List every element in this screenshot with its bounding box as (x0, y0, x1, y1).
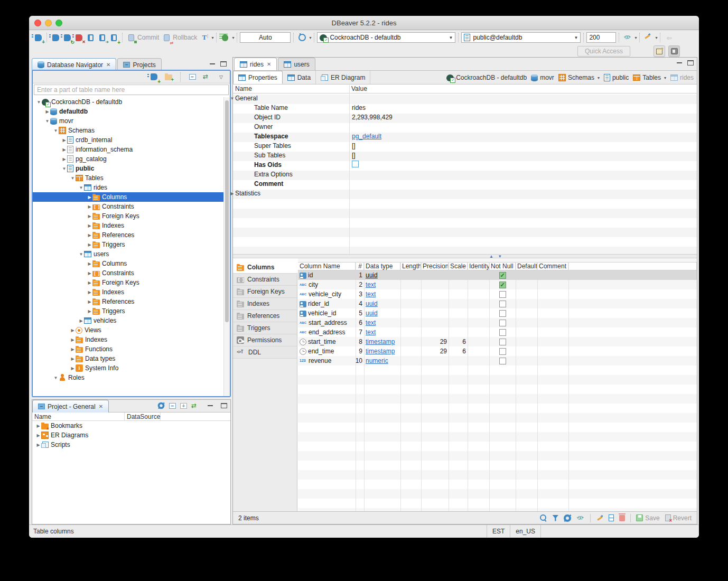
tree-item-triggers[interactable]: ▶Triggers (33, 240, 223, 249)
column-name-cell[interactable]: end_time (298, 346, 356, 356)
editor-tab-users[interactable]: users (278, 58, 315, 70)
tree-item-system-info[interactable]: ▶System Info (33, 363, 223, 373)
breadcrumb-item-movr[interactable]: movr (530, 74, 555, 81)
dbeaver-perspective-button[interactable] (668, 45, 680, 57)
tree-item-constraints[interactable]: ▶Constraints (33, 268, 223, 278)
column-name-cell[interactable]: vehicle_city (298, 289, 356, 299)
tree-item-cockroachdb-defaultdb[interactable]: ▼CockroachDB - defaultdb (33, 97, 223, 107)
tree-item-indexes[interactable]: ▶Indexes (33, 335, 223, 344)
column-header-name[interactable]: Name (32, 413, 125, 420)
gear-icon[interactable] (158, 402, 165, 409)
rollback-icon[interactable] (162, 33, 171, 42)
column-row-revenue[interactable]: revenue10numeric (298, 356, 697, 366)
tree-item-triggers[interactable]: ▶Triggers (33, 306, 223, 316)
not-null-checkbox[interactable] (499, 339, 506, 345)
new-connection-icon[interactable] (149, 72, 158, 82)
tab-project-general[interactable]: Project - General ✕ (32, 400, 109, 413)
data-type-link[interactable]: numeric (366, 357, 388, 364)
tree-item-rides[interactable]: ▼rides (33, 183, 223, 192)
not-null-cell[interactable] (489, 356, 516, 366)
not-null-checkbox[interactable] (499, 272, 506, 279)
data-type-cell[interactable]: numeric (364, 356, 400, 366)
property-link[interactable]: pg_default (352, 133, 381, 140)
transaction-log-icon[interactable] (297, 33, 307, 42)
property-row-comment[interactable]: Comment (233, 179, 697, 189)
side-tab-foreign-keys[interactable]: Foreign Keys (233, 286, 297, 298)
property-value[interactable] (349, 161, 359, 169)
data-type-link[interactable]: timestamp (366, 338, 395, 345)
tree-item-vehicles[interactable]: ▶vehicles (33, 316, 223, 325)
data-type-cell[interactable]: text (364, 280, 400, 289)
expand-arrow-icon[interactable]: ▶ (78, 318, 84, 323)
close-icon[interactable]: ✕ (267, 61, 271, 67)
open-perspective-button[interactable] (654, 45, 665, 57)
quick-access-input[interactable]: Quick Access (577, 46, 630, 57)
edit-icon[interactable] (596, 514, 603, 522)
data-type-link[interactable]: text (366, 281, 376, 288)
tree-item-movr[interactable]: ▼movr (33, 116, 223, 126)
tree-item-public[interactable]: ▼public (33, 164, 223, 173)
minimize-editor-icon[interactable] (676, 60, 683, 65)
column-name-cell[interactable]: revenue (298, 356, 356, 366)
expand-arrow-icon[interactable]: ▶ (61, 157, 67, 162)
column-row-vehicle-city[interactable]: vehicle_city3text (298, 289, 697, 299)
tree-item-references[interactable]: ▶References (33, 230, 223, 240)
expand-arrow-icon[interactable]: ▶ (35, 443, 41, 447)
project-item-er-diagrams[interactable]: ▶ER Diagrams (32, 430, 230, 440)
refresh-icon[interactable] (623, 33, 632, 42)
transaction-mode-icon[interactable] (200, 33, 209, 42)
rollback-button[interactable]: Rollback (173, 34, 197, 41)
compare-icon[interactable] (643, 33, 653, 42)
collapse-arrow-icon[interactable]: ▼ (229, 96, 235, 101)
grid-header-identity[interactable]: Identity (468, 263, 489, 270)
tree-item-references[interactable]: ▶References (33, 297, 223, 306)
checkbox[interactable] (352, 161, 359, 167)
expand-arrow-icon[interactable]: ▶ (87, 233, 92, 238)
tree-item-crdb-internal[interactable]: ▶crdb_internal (33, 135, 223, 145)
commit-icon[interactable] (126, 33, 136, 42)
filter-icon[interactable] (552, 515, 558, 521)
expand-arrow-icon[interactable]: ▶ (87, 271, 92, 276)
maximize-editor-icon[interactable] (687, 60, 694, 65)
not-null-checkbox[interactable] (499, 310, 506, 317)
data-type-cell[interactable]: timestamp (364, 346, 400, 356)
connection-combo[interactable]: CockroachDB - defaultdb ▼ (317, 32, 455, 43)
tree-item-foreign-keys[interactable]: ▶Foreign Keys (33, 211, 223, 221)
expand-arrow-icon[interactable]: ▶ (70, 338, 76, 342)
back-icon[interactable] (664, 33, 674, 42)
data-type-cell[interactable]: text (364, 327, 400, 337)
editor-tab-rides[interactable]: rides✕ (234, 58, 277, 70)
reconnect-icon[interactable] (62, 33, 72, 42)
tree-filter-input[interactable]: Enter a part of table name here (34, 85, 229, 95)
tree-item-indexes[interactable]: ▶Indexes (33, 287, 223, 297)
grid-header-data-type[interactable]: Data type (364, 263, 400, 270)
expand-arrow-icon[interactable]: ▶ (87, 299, 92, 304)
collapse-arrow-icon[interactable]: ▼ (53, 376, 59, 380)
not-null-cell[interactable] (489, 280, 516, 289)
add-column-icon[interactable] (609, 514, 614, 521)
tree-item-functions[interactable]: ▶Functions (33, 344, 223, 354)
data-type-link[interactable]: text (366, 319, 376, 326)
expand-arrow-icon[interactable]: ▶ (70, 357, 76, 361)
expand-arrow-icon[interactable]: ▶ (70, 347, 76, 352)
not-null-checkbox[interactable] (499, 282, 506, 288)
column-name-cell[interactable]: vehicle_id (298, 308, 356, 318)
sql-editor-icon[interactable] (86, 33, 95, 42)
link-with-editor-icon[interactable] (191, 402, 200, 409)
side-tab-references[interactable]: References (233, 310, 297, 322)
search-icon[interactable] (540, 514, 547, 521)
tree-item-tables[interactable]: ▼Tables (33, 173, 223, 183)
data-type-cell[interactable]: text (364, 289, 400, 299)
column-name-cell[interactable]: city (298, 280, 356, 289)
new-connection-icon[interactable] (33, 33, 43, 42)
chevron-down-icon[interactable]: ▾ (598, 76, 600, 80)
not-null-checkbox[interactable] (499, 358, 506, 364)
debug-icon[interactable] (220, 33, 230, 42)
save-button[interactable]: Save (636, 514, 659, 522)
maximize-view-icon[interactable] (220, 61, 227, 67)
expand-arrow-icon[interactable]: ▶ (87, 195, 92, 200)
not-null-cell[interactable] (489, 289, 516, 299)
not-null-checkbox[interactable] (499, 301, 506, 307)
column-name-cell[interactable]: rider_id (298, 299, 356, 308)
expand-arrow-icon[interactable]: ▶ (87, 204, 92, 209)
